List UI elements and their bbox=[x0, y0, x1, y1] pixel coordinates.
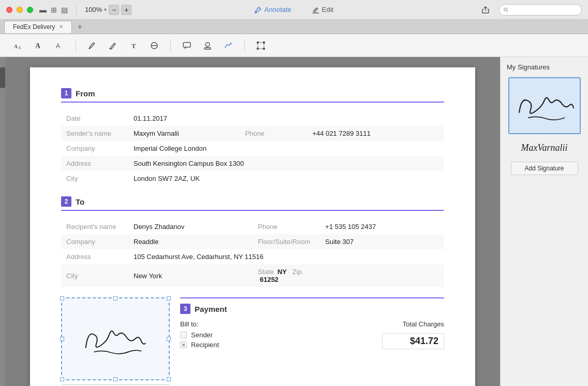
search-box[interactable] bbox=[499, 4, 582, 16]
section-to-header: 2 To bbox=[61, 196, 444, 211]
selection-tool-button[interactable] bbox=[253, 38, 269, 53]
table-row: Company Readdle Floor/Suite/Room Suite 3… bbox=[61, 234, 444, 249]
svg-text:A: A bbox=[35, 42, 41, 50]
resize-handle-ml[interactable] bbox=[60, 337, 64, 341]
titlebar-left: ▬ ⊞ ▤ 100% ▾ − + bbox=[39, 4, 131, 16]
signature-payment-area: SIGNATURE 3 Payment Bill to: Total Charg… bbox=[61, 297, 444, 386]
draw-tools-group: T bbox=[84, 38, 162, 53]
scrollbar-thumb bbox=[0, 67, 5, 88]
floor-value: Suite 307 bbox=[320, 234, 444, 249]
svg-text:T: T bbox=[131, 42, 136, 50]
section-to-number: 2 bbox=[61, 196, 71, 207]
comment-tool-button[interactable] bbox=[179, 38, 195, 53]
edit-button[interactable]: Edit bbox=[308, 4, 337, 15]
annotate-button[interactable]: Annotate bbox=[251, 4, 296, 15]
annotation-tools-group bbox=[179, 38, 236, 53]
signature-tool-button[interactable] bbox=[220, 38, 236, 53]
new-tab-button[interactable]: + bbox=[74, 21, 85, 33]
share-button[interactable] bbox=[478, 3, 493, 17]
table-row: Address South Kensington Campus Box 1300 bbox=[61, 156, 444, 171]
city-label: City bbox=[61, 171, 128, 186]
resize-handle-tr[interactable] bbox=[167, 296, 171, 301]
recipient-company-value: Readdle bbox=[128, 234, 253, 249]
zoom-dropdown-icon[interactable]: ▾ bbox=[104, 7, 107, 12]
resize-handle-mr[interactable] bbox=[167, 337, 171, 341]
table-row: Date 01.11.2017 bbox=[61, 111, 444, 126]
sidebar: My Signatures MaxVarnalii Add Signature bbox=[500, 57, 588, 386]
zoom-out-button[interactable]: − bbox=[109, 5, 119, 15]
titlebar-right bbox=[478, 3, 582, 17]
pencil-tool-button[interactable] bbox=[105, 38, 121, 53]
phone-value: +44 021 7289 3111 bbox=[307, 126, 445, 141]
resize-handle-tm[interactable] bbox=[113, 296, 117, 301]
signature-box[interactable] bbox=[61, 297, 170, 380]
section-to-title: To bbox=[76, 197, 84, 206]
recipient-option[interactable]: ✕ Recipient bbox=[180, 341, 219, 349]
recipient-name-label: Recipent's name bbox=[61, 219, 128, 234]
text-format-button[interactable]: A bbox=[52, 38, 67, 53]
sidebar-toggle-icon[interactable]: ▬ bbox=[39, 6, 47, 14]
tab-close-icon[interactable]: ✕ bbox=[59, 24, 63, 30]
toolbar: A A A A T bbox=[0, 34, 588, 57]
text-font-button[interactable]: A bbox=[31, 38, 47, 53]
search-input[interactable] bbox=[510, 6, 577, 13]
svg-point-15 bbox=[263, 41, 265, 43]
stamp-tool-button[interactable] bbox=[200, 38, 215, 53]
signature-text-sample[interactable]: MaxVarnalii bbox=[521, 142, 568, 153]
shape-tool-button[interactable] bbox=[146, 38, 162, 53]
tab-fedex-delivery[interactable]: FedEx Delivery ✕ bbox=[4, 21, 72, 33]
sender-name-value: Maxym Varnalii bbox=[128, 126, 240, 141]
svg-rect-11 bbox=[204, 48, 211, 49]
resize-handle-br[interactable] bbox=[167, 377, 171, 381]
recipient-name-value: Denys Zhadanov bbox=[128, 219, 253, 234]
annotate-label: Annotate bbox=[264, 6, 291, 13]
svg-text:A: A bbox=[14, 44, 18, 49]
state-value: NY bbox=[277, 268, 287, 276]
tabbar: FedEx Delivery ✕ + bbox=[0, 20, 588, 34]
recipient-city-value: New York bbox=[128, 264, 253, 287]
close-button[interactable] bbox=[6, 7, 12, 13]
recipient-checkbox[interactable]: ✕ bbox=[180, 341, 187, 348]
signature-area: SIGNATURE bbox=[61, 297, 170, 386]
text-size-1-button[interactable]: A A bbox=[10, 38, 26, 53]
list-view-icon[interactable]: ▤ bbox=[61, 6, 68, 14]
left-scrollbar[interactable] bbox=[0, 57, 5, 386]
payment-bill-header: Bill to: Total Charges bbox=[180, 320, 444, 328]
signature-thumbnail-1[interactable] bbox=[508, 77, 581, 134]
sender-checkbox[interactable] bbox=[180, 332, 187, 338]
pen-tool-button[interactable] bbox=[84, 38, 100, 53]
zoom-control: 100% ▾ − + bbox=[85, 5, 131, 15]
text-tools-group: A A A A bbox=[10, 38, 67, 53]
maximize-button[interactable] bbox=[27, 7, 33, 13]
svg-text:A: A bbox=[56, 42, 60, 50]
zoom-in-button[interactable]: + bbox=[121, 5, 131, 15]
section-from-header: 1 From bbox=[61, 88, 444, 103]
resize-handle-tl[interactable] bbox=[60, 296, 64, 301]
payment-options: Sender ✕ Recipient bbox=[180, 331, 219, 351]
company-label: Company bbox=[61, 141, 128, 156]
text-tool-button[interactable]: T bbox=[126, 38, 141, 53]
city-value: London SW7 2AZ, UK bbox=[128, 171, 444, 186]
total-charges-label: Total Charges bbox=[403, 320, 444, 328]
edit-label: Edit bbox=[322, 6, 333, 13]
from-table: Date 01.11.2017 Sender's name Maxym Varn… bbox=[61, 111, 444, 186]
state-label: State NY Zip 61252 bbox=[253, 264, 320, 287]
sender-option[interactable]: Sender bbox=[180, 331, 219, 339]
minimize-button[interactable] bbox=[17, 7, 23, 13]
grid-view-icon[interactable]: ⊞ bbox=[51, 6, 57, 14]
svg-line-1 bbox=[507, 10, 508, 11]
sidebar-title: My Signatures bbox=[507, 63, 550, 71]
resize-handle-bl[interactable] bbox=[60, 377, 64, 381]
add-signature-button[interactable]: Add Signature bbox=[511, 162, 578, 175]
sep1 bbox=[76, 39, 76, 52]
document-page: 1 From Date 01.11.2017 Sender's name Max… bbox=[30, 67, 475, 386]
phone-label: Phone bbox=[240, 126, 307, 141]
document-area[interactable]: 1 From Date 01.11.2017 Sender's name Max… bbox=[5, 57, 500, 386]
svg-point-10 bbox=[205, 42, 210, 47]
signature-thumbnail-image-1 bbox=[512, 81, 576, 130]
sep3 bbox=[244, 39, 245, 52]
signature-image bbox=[73, 307, 158, 371]
resize-handle-bm[interactable] bbox=[113, 377, 117, 381]
svg-rect-13 bbox=[258, 42, 264, 49]
table-row: City London SW7 2AZ, UK bbox=[61, 171, 444, 186]
